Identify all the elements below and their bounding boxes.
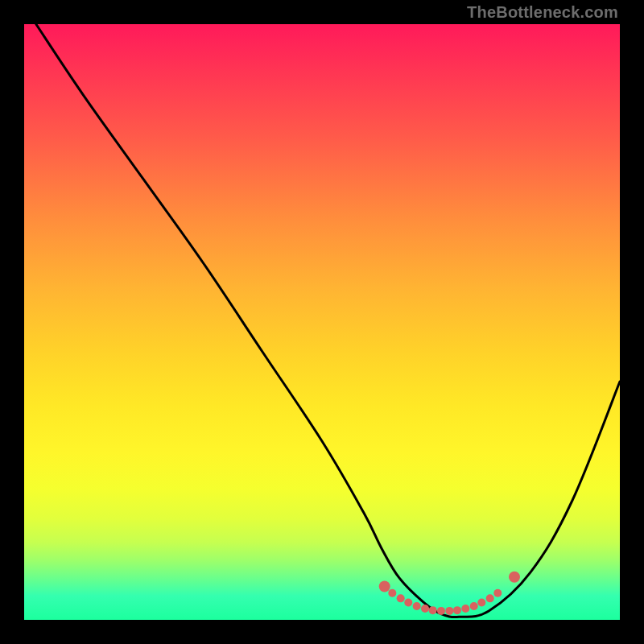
marker-dot <box>397 594 405 602</box>
marker-dot <box>421 605 429 613</box>
marker-dot <box>413 602 421 610</box>
marker-dot <box>388 589 396 597</box>
marker-dot <box>493 589 502 597</box>
marker-dot <box>461 605 469 613</box>
marker-dot <box>445 607 453 615</box>
plot-area <box>24 24 620 620</box>
marker-dot <box>477 599 485 607</box>
marker-dot <box>453 606 461 614</box>
marker-dot <box>404 599 412 607</box>
watermark-text: TheBottleneck.com <box>467 3 618 22</box>
bottleneck-curve-path <box>36 24 620 617</box>
chart-frame: TheBottleneck.com <box>0 0 644 644</box>
marker-dot <box>509 572 520 583</box>
marker-dot <box>470 602 478 610</box>
marker-dot <box>486 594 494 602</box>
marker-dot <box>437 607 445 615</box>
chart-svg <box>24 24 620 620</box>
marker-dot <box>429 606 437 614</box>
marker-dot <box>379 581 390 592</box>
